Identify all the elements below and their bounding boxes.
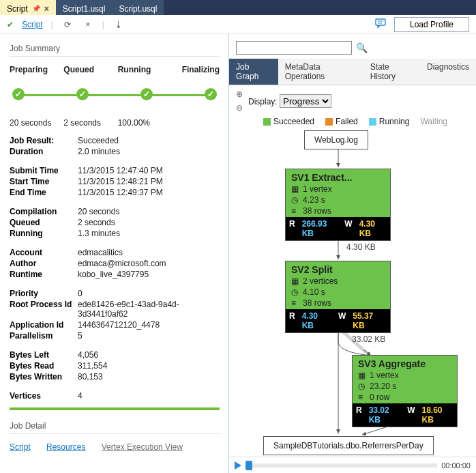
playback-bar: 00:00:00	[229, 457, 476, 473]
zoom-in-icon[interactable]: ⊕	[236, 89, 243, 99]
edge-label-2: 33.02 KB	[352, 334, 385, 344]
stage-dot-preparing: ✓	[12, 88, 25, 100]
stage-labels: Preparing Queued Running Finalizing	[10, 65, 220, 74]
summary-row: Authoredmaca@microsoft.com	[10, 259, 220, 268]
summary-row: Parallelism5	[10, 331, 220, 341]
legend-swatch-succeeded	[263, 118, 271, 126]
detail-links: Script Resources Vertex Execution View	[10, 442, 220, 452]
detail-link-resources[interactable]: Resources	[46, 442, 85, 452]
stage-dot-running: ✓	[140, 88, 153, 100]
tab-label: Script.usql	[119, 4, 157, 14]
tab-job-graph[interactable]: Job Graph	[229, 59, 278, 85]
graph-panel: 🔍 Job Graph MetaData Operations State Hi…	[228, 34, 476, 473]
clock-icon: ◷	[291, 287, 299, 297]
legend: Succeeded Failed Running Waiting	[229, 117, 476, 126]
summary-row: Compilation20 seconds	[10, 207, 220, 216]
zoom-out-icon[interactable]: ⊖	[236, 103, 243, 113]
summary-row: Bytes Read311,554	[10, 361, 220, 371]
summary-row: Priority0	[10, 289, 220, 298]
clock-icon: ◷	[358, 382, 366, 391]
search-input[interactable]	[236, 41, 352, 55]
job-summary-panel: Job Summary Preparing Queued Running Fin…	[0, 34, 228, 473]
job-summary-heading: Job Summary	[10, 44, 220, 57]
success-check-icon: ✔	[7, 20, 14, 29]
summary-row: Job Result:Succeeded	[10, 136, 220, 145]
node-input-file[interactable]: WebLog.log	[304, 130, 368, 149]
vertex-icon: ▦	[291, 276, 299, 286]
playback-slider[interactable]	[246, 463, 437, 468]
display-label: Display:	[248, 97, 278, 106]
summary-row: Bytes Written80,153	[10, 372, 220, 382]
feedback-icon[interactable]	[375, 18, 386, 31]
clock-icon: ◷	[291, 195, 299, 205]
summary-row: Duration2.0 minutes	[10, 147, 220, 156]
pin-icon: 📌	[32, 5, 40, 12]
summary-row: Bytes Left4,056	[10, 350, 220, 360]
subtabs: Job Graph MetaData Operations State Hist…	[229, 59, 476, 85]
document-tabstrip: Script 📌 × Script1.usql Script.usql	[0, 0, 476, 15]
summary-row: Application Id1446364712120_4478	[10, 320, 220, 330]
rows-icon: ≡	[291, 298, 299, 308]
summary-row: Accountedmacalitics	[10, 248, 220, 257]
stage-dot-finalizing: ✓	[205, 88, 217, 100]
summary-row: Runtimekobo_live_4397795	[10, 270, 220, 279]
node-sv2-split[interactable]: SV2 Split ▦2 vertices ◷4.10 s ≡38 rows R…	[285, 261, 391, 333]
load-profile-button[interactable]: Load Profile	[394, 17, 469, 32]
stage-pipeline: ✓ ✓ ✓ ✓	[10, 74, 220, 115]
node-sv1-extract[interactable]: SV1 Extract... ▦1 vertex ◷4.23 s ≡38 row…	[285, 169, 391, 241]
legend-swatch-failed	[325, 118, 333, 126]
job-graph-canvas[interactable]: WebLog.log SV1 Extract... ▦1 vertex ◷4.2…	[229, 126, 476, 457]
refresh-icon[interactable]: ⟳	[61, 18, 74, 31]
search-icon[interactable]: 🔍	[356, 41, 368, 55]
summary-row: End Time11/3/2015 12:49:37 PM	[10, 188, 220, 197]
display-select[interactable]: Progress	[280, 94, 331, 108]
stage-dot-queued: ✓	[76, 88, 89, 100]
tab-label: Script	[7, 4, 28, 14]
summary-row: Submit Time11/3/2015 12:47:40 PM	[10, 166, 220, 175]
edge-label-1: 4.30 KB	[346, 242, 376, 252]
tab-diagnostics[interactable]: Diagnostics	[420, 59, 476, 85]
svg-rect-0	[376, 19, 385, 25]
rows-icon: ≡	[291, 206, 299, 216]
stage-values: 20 seconds 2 seconds 100.00%	[10, 118, 220, 128]
playback-time: 00:00:00	[441, 461, 471, 470]
tab-state-history[interactable]: State History	[363, 59, 420, 85]
vertex-icon: ▦	[358, 371, 366, 380]
summary-row: Queued2 seconds	[10, 218, 220, 227]
summary-row: Start Time11/3/2015 12:48:21 PM	[10, 177, 220, 186]
job-detail-heading: Job Detail	[10, 421, 220, 434]
tab-script-usql[interactable]: Script.usql	[112, 0, 164, 15]
close-icon[interactable]: ×	[44, 4, 49, 14]
tab-script[interactable]: Script 📌 ×	[0, 0, 56, 15]
cancel-icon[interactable]: ×	[82, 18, 94, 31]
vertex-icon: ▦	[291, 184, 299, 194]
summary-row: Root Process Idede81426-e9c1-43ad-9a4d-3…	[10, 300, 220, 319]
detail-link-script[interactable]: Script	[10, 442, 31, 452]
legend-swatch-running	[369, 118, 376, 126]
rows-icon: ≡	[358, 392, 366, 402]
summary-row: Running1.3 minutes	[10, 229, 220, 238]
script-link[interactable]: Script	[22, 20, 43, 29]
toolbar: ✔ Script | ⟳ × | ⭳ Load Profile	[0, 15, 476, 34]
tab-label: Script1.usql	[63, 4, 106, 14]
tab-metadata-ops[interactable]: MetaData Operations	[278, 59, 363, 85]
detail-link-vertex-view[interactable]: Vertex Execution View	[102, 442, 183, 452]
node-output-table[interactable]: SampleDBTutorials.dbo.ReferrersPerDay	[263, 436, 434, 455]
tab-script1-usql[interactable]: Script1.usql	[56, 0, 113, 15]
node-sv3-aggregate[interactable]: SV3 Aggregate ▦1 vertex ◷23.20 s ≡0 row …	[352, 355, 458, 427]
summary-row: Vertices4	[10, 391, 220, 401]
play-icon[interactable]	[235, 461, 241, 470]
download-icon[interactable]: ⭳	[113, 18, 125, 31]
